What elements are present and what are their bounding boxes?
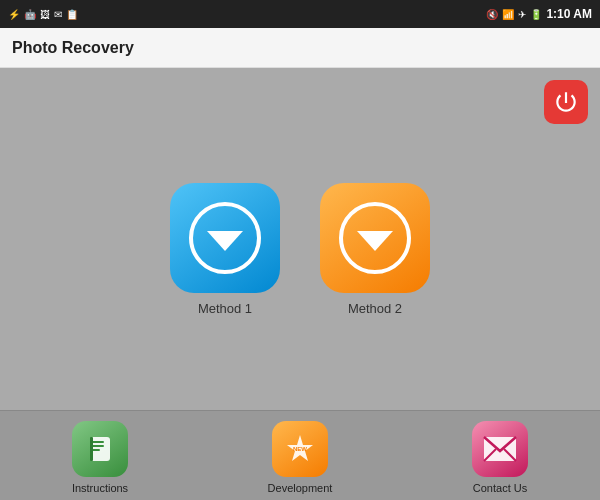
app-title: Photo Recovery [12, 39, 134, 57]
android-icon: 🤖 [24, 9, 36, 20]
mute-icon: 🔇 [486, 9, 498, 20]
mail-status-icon: ✉ [54, 9, 62, 20]
bottom-bar: Instructions NEW Development [0, 410, 600, 500]
image-icon: 🖼 [40, 9, 50, 20]
title-bar: Photo Recovery [0, 28, 600, 68]
development-item[interactable]: NEW Development [260, 421, 340, 494]
power-icon [553, 89, 579, 115]
methods-area: Method 1 Method 2 [170, 88, 430, 410]
main-content: Method 1 Method 2 [0, 68, 600, 500]
contact-us-item[interactable]: Contact Us [460, 421, 540, 494]
instructions-icon [72, 421, 128, 477]
airplane-icon: ✈ [518, 9, 526, 20]
method-2-circle [339, 202, 411, 274]
status-icons: ⚡ 🤖 🖼 ✉ 📋 [8, 9, 78, 20]
method-2-label: Method 2 [348, 301, 402, 316]
method-1-chevron [207, 231, 243, 251]
method-1-item[interactable]: Method 1 [170, 183, 280, 316]
status-time: 1:10 AM [546, 7, 592, 21]
usb-icon: ⚡ [8, 9, 20, 20]
method-1-label: Method 1 [198, 301, 252, 316]
svg-rect-1 [92, 441, 104, 443]
power-button[interactable] [544, 80, 588, 124]
method-2-chevron [357, 231, 393, 251]
method-2-item[interactable]: Method 2 [320, 183, 430, 316]
contact-us-icon [472, 421, 528, 477]
battery-icon: 🔋 [530, 9, 542, 20]
svg-text:NEW: NEW [293, 446, 307, 452]
method-1-icon [170, 183, 280, 293]
book-icon [84, 433, 116, 465]
envelope-icon [483, 436, 517, 462]
instructions-label: Instructions [72, 482, 128, 494]
method-2-icon [320, 183, 430, 293]
contact-us-label: Contact Us [473, 482, 527, 494]
methods-row: Method 1 Method 2 [170, 183, 430, 316]
development-icon: NEW [272, 421, 328, 477]
status-bar: ⚡ 🤖 🖼 ✉ 📋 🔇 📶 ✈ 🔋 1:10 AM [0, 0, 600, 28]
new-badge-icon: NEW [282, 431, 318, 467]
right-status-icons: 🔇 📶 ✈ 🔋 1:10 AM [486, 7, 592, 21]
development-label: Development [268, 482, 333, 494]
svg-rect-4 [90, 437, 93, 461]
svg-rect-2 [92, 445, 104, 447]
unknown-icon: 📋 [66, 9, 78, 20]
instructions-item[interactable]: Instructions [60, 421, 140, 494]
wifi-icon: 📶 [502, 9, 514, 20]
svg-rect-3 [92, 449, 100, 451]
method-1-circle [189, 202, 261, 274]
